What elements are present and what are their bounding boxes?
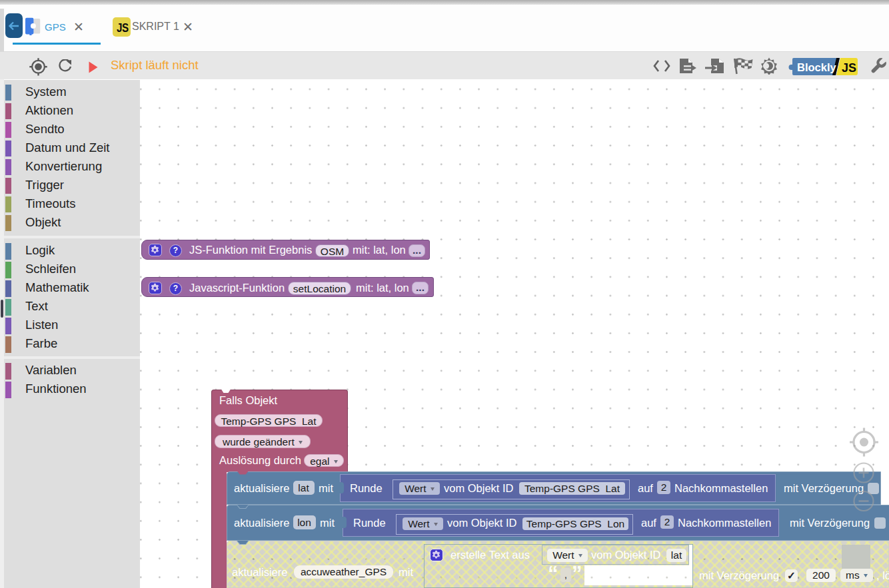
svg-text:JS: JS [842,61,856,75]
svg-text:Blockly: Blockly [797,61,837,73]
